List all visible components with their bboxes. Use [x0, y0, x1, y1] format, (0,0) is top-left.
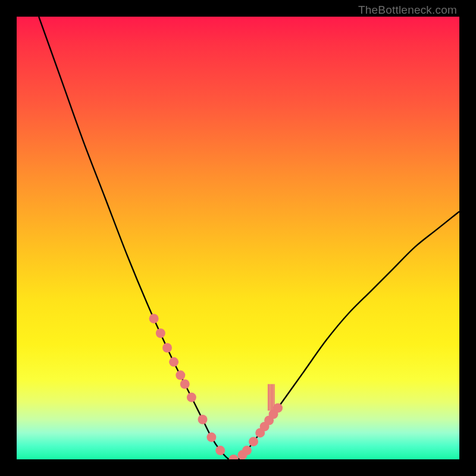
chart-stage: TheBottleneck.com: [0, 0, 476, 476]
marker-dot: [180, 380, 190, 389]
marker-dot: [156, 328, 165, 338]
marker-dot: [249, 437, 258, 446]
marker-dot: [176, 371, 185, 380]
marker-dot: [229, 455, 239, 459]
bottleneck-curve: [39, 17, 459, 459]
watermark-text: TheBottleneck.com: [358, 4, 457, 17]
marker-dot: [242, 446, 252, 455]
bottleneck-curve-path: [39, 17, 459, 459]
marker-dot: [215, 446, 225, 455]
spike-marks: [268, 384, 274, 411]
marker-dot: [162, 343, 172, 353]
marker-dot: [149, 314, 159, 323]
curve-layer: [17, 17, 459, 459]
marker-dot: [206, 433, 216, 442]
plot-area: [17, 17, 459, 459]
marker-dot: [169, 357, 178, 367]
marker-dot: [187, 393, 196, 402]
marker-dots: [149, 314, 283, 459]
marker-dot: [198, 415, 208, 424]
